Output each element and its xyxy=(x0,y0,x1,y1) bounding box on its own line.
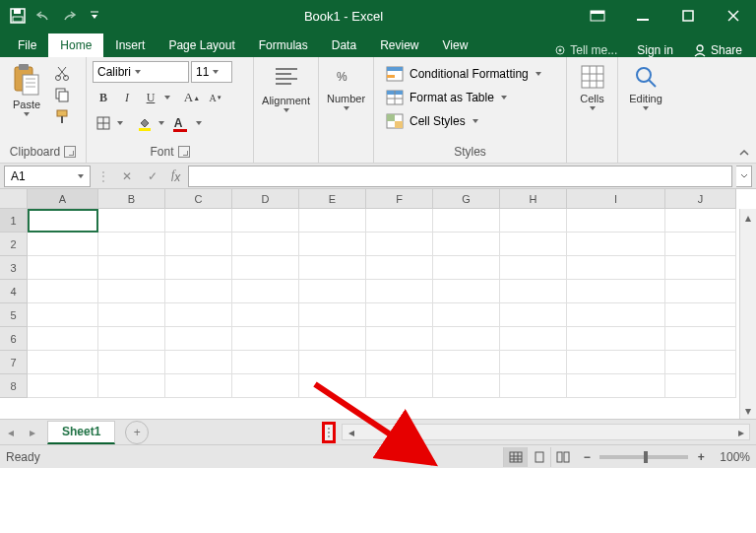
cell[interactable] xyxy=(500,209,567,233)
cell[interactable] xyxy=(28,351,98,374)
formula-input[interactable] xyxy=(188,166,732,187)
cell[interactable] xyxy=(665,256,736,280)
cell[interactable] xyxy=(28,280,98,303)
cell[interactable] xyxy=(98,327,165,351)
cell[interactable] xyxy=(232,233,299,256)
row-header[interactable]: 7 xyxy=(0,351,28,374)
copy-icon[interactable] xyxy=(51,85,73,104)
bold-button[interactable]: B xyxy=(93,87,114,108)
close-icon[interactable] xyxy=(711,0,756,32)
cell[interactable] xyxy=(665,233,736,256)
fx-icon[interactable]: fx xyxy=(167,167,184,184)
cell[interactable] xyxy=(28,256,98,280)
cell[interactable] xyxy=(500,327,567,351)
expand-formula-bar-icon[interactable] xyxy=(736,166,752,187)
cell[interactable] xyxy=(98,209,165,233)
share-button[interactable]: Share xyxy=(683,43,752,57)
scroll-right-icon[interactable]: ▸ xyxy=(732,425,749,439)
cell[interactable] xyxy=(433,374,500,398)
enter-formula-icon[interactable]: ✓ xyxy=(142,166,163,187)
column-header[interactable]: I xyxy=(567,189,665,209)
cell[interactable] xyxy=(366,209,433,233)
cell[interactable] xyxy=(433,233,500,256)
cell[interactable] xyxy=(28,303,98,327)
name-box[interactable]: A1 xyxy=(4,166,91,187)
borders-button[interactable] xyxy=(93,112,114,134)
column-header[interactable]: A xyxy=(28,189,98,209)
cell[interactable] xyxy=(366,280,433,303)
column-header[interactable]: J xyxy=(665,189,736,209)
fill-color-dropdown[interactable] xyxy=(158,121,165,125)
cell[interactable] xyxy=(165,209,232,233)
cell[interactable] xyxy=(567,351,665,374)
cell[interactable] xyxy=(299,351,366,374)
page-break-view-icon[interactable] xyxy=(550,447,574,467)
cell[interactable] xyxy=(98,351,165,374)
save-icon[interactable] xyxy=(6,4,30,28)
font-size-combo[interactable]: 11 xyxy=(191,61,232,83)
select-all-corner[interactable] xyxy=(0,189,28,209)
cell[interactable] xyxy=(299,233,366,256)
cell[interactable] xyxy=(567,303,665,327)
cell[interactable] xyxy=(28,233,98,256)
format-as-table-button[interactable]: Format as Table xyxy=(382,87,546,108)
cell[interactable] xyxy=(433,303,500,327)
cell[interactable] xyxy=(665,351,736,374)
tab-view[interactable]: View xyxy=(431,33,480,57)
sheet-tab[interactable]: Sheet1 xyxy=(47,421,115,444)
cell[interactable] xyxy=(366,327,433,351)
underline-dropdown[interactable] xyxy=(163,96,171,100)
cell[interactable] xyxy=(366,256,433,280)
cell[interactable] xyxy=(98,280,165,303)
italic-button[interactable]: I xyxy=(116,87,138,108)
horizontal-scrollbar[interactable]: ◂ ▸ xyxy=(342,424,750,440)
cell[interactable] xyxy=(567,280,665,303)
page-layout-view-icon[interactable] xyxy=(527,447,550,467)
cell[interactable] xyxy=(165,303,232,327)
cell[interactable] xyxy=(366,233,433,256)
cell[interactable] xyxy=(299,374,366,398)
cell[interactable] xyxy=(299,327,366,351)
column-header[interactable]: D xyxy=(232,189,299,209)
alignment-dropdown[interactable] xyxy=(283,108,290,112)
tab-nav-next-icon[interactable]: ▸ xyxy=(22,422,43,443)
cell[interactable] xyxy=(366,303,433,327)
format-painter-icon[interactable] xyxy=(51,106,73,126)
zoom-value[interactable]: 100% xyxy=(720,450,750,464)
cell[interactable] xyxy=(500,256,567,280)
cell[interactable] xyxy=(433,327,500,351)
cell[interactable] xyxy=(567,233,665,256)
underline-button[interactable]: U xyxy=(140,87,161,108)
row-header[interactable]: 1 xyxy=(0,209,28,233)
zoom-slider[interactable] xyxy=(599,455,688,459)
cell[interactable] xyxy=(500,374,567,398)
cut-icon[interactable] xyxy=(51,63,73,83)
ribbon-display-icon[interactable] xyxy=(575,0,620,32)
cell[interactable] xyxy=(232,303,299,327)
cell[interactable] xyxy=(500,280,567,303)
cells-button[interactable]: Cells xyxy=(572,61,613,112)
number-button[interactable]: % Number xyxy=(325,61,367,112)
tab-insert[interactable]: Insert xyxy=(103,33,157,57)
paste-button[interactable]: Paste xyxy=(6,61,47,118)
row-header[interactable]: 4 xyxy=(0,280,28,303)
cell-styles-button[interactable]: Cell Styles xyxy=(382,110,546,132)
cell[interactable] xyxy=(433,209,500,233)
tab-review[interactable]: Review xyxy=(368,33,430,57)
editing-button[interactable]: Editing xyxy=(625,61,666,112)
cell[interactable] xyxy=(232,256,299,280)
row-header[interactable]: 5 xyxy=(0,303,28,327)
tab-formulas[interactable]: Formulas xyxy=(247,33,320,57)
cell[interactable] xyxy=(232,280,299,303)
cell[interactable] xyxy=(165,327,232,351)
normal-view-icon[interactable] xyxy=(503,447,527,467)
cell[interactable] xyxy=(665,303,736,327)
cell[interactable] xyxy=(165,233,232,256)
cell[interactable] xyxy=(28,209,98,233)
cell[interactable] xyxy=(299,209,366,233)
column-header[interactable]: H xyxy=(500,189,567,209)
cell[interactable] xyxy=(98,303,165,327)
scroll-down-icon[interactable]: ▾ xyxy=(740,402,756,419)
fill-color-button[interactable] xyxy=(134,112,156,134)
cell[interactable] xyxy=(165,280,232,303)
